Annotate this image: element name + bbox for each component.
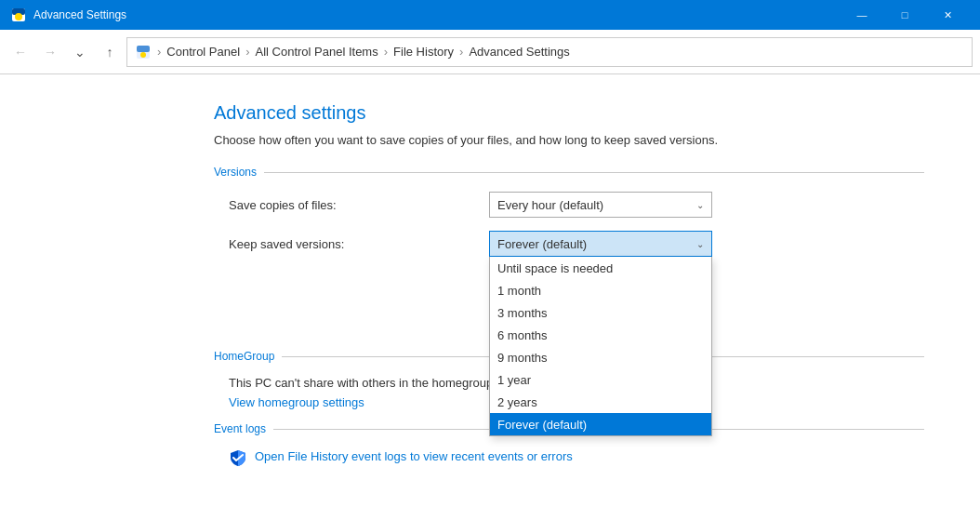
versions-divider: [264, 172, 924, 173]
svg-point-5: [140, 52, 146, 58]
versions-section-header: Versions: [214, 166, 924, 179]
title-bar-icon: [11, 7, 26, 22]
up-button[interactable]: ↑: [97, 39, 123, 65]
save-copies-value: Every hour (default): [497, 198, 603, 212]
option-forever[interactable]: Forever (default): [490, 413, 711, 435]
breadcrumb-sep-3: ›: [384, 45, 388, 59]
up-arrow-icon: ↑: [107, 45, 113, 60]
breadcrumb-file-history[interactable]: File History: [393, 45, 454, 59]
title-bar: Advanced Settings — □ ✕: [0, 0, 980, 30]
main-content: Advanced settings Choose how often you w…: [0, 74, 980, 507]
keep-versions-popup: Until space is needed 1 month 3 months 6…: [489, 257, 712, 436]
breadcrumb-sep-1: ›: [157, 45, 161, 59]
event-logs-label: Event logs: [214, 422, 266, 435]
event-log-row: Open File History event logs to view rec…: [214, 448, 924, 467]
chevron-down-icon: ⌄: [74, 45, 86, 60]
address-icon: [135, 44, 152, 60]
keep-versions-label: Keep saved versions:: [229, 237, 489, 251]
address-box[interactable]: › Control Panel › All Control Panel Item…: [126, 37, 973, 67]
address-bar: ← → ⌄ ↑ › Control Panel › All Control Pa…: [0, 30, 980, 74]
breadcrumb-all-items[interactable]: All Control Panel Items: [255, 45, 377, 59]
keep-versions-row: Keep saved versions: Forever (default) ⌄…: [214, 231, 924, 257]
keep-versions-value: Forever (default): [497, 237, 587, 251]
title-bar-text: Advanced Settings: [33, 8, 126, 21]
option-3-months[interactable]: 3 months: [490, 301, 711, 324]
breadcrumb-control-panel[interactable]: Control Panel: [166, 45, 240, 59]
option-1-month[interactable]: 1 month: [490, 279, 711, 301]
forward-button[interactable]: →: [37, 39, 63, 65]
option-2-years[interactable]: 2 years: [490, 391, 711, 413]
recent-locations-button[interactable]: ⌄: [67, 39, 93, 65]
shield-icon: [229, 448, 247, 467]
option-until-space[interactable]: Until space is needed: [490, 257, 711, 279]
breadcrumb-advanced-settings[interactable]: Advanced Settings: [469, 45, 569, 59]
option-1-year[interactable]: 1 year: [490, 368, 711, 391]
keep-versions-control: Forever (default) ⌄ Until space is neede…: [489, 231, 768, 257]
save-copies-row: Save copies of files: Every hour (defaul…: [214, 192, 924, 218]
maximize-button[interactable]: □: [883, 0, 926, 30]
back-icon: ←: [14, 45, 27, 60]
breadcrumb-sep-2: ›: [245, 45, 249, 59]
save-copies-label: Save copies of files:: [229, 198, 489, 212]
back-button[interactable]: ←: [7, 39, 33, 65]
page-title: Advanced settings: [214, 102, 924, 124]
breadcrumb-sep-4: ›: [459, 45, 463, 59]
save-copies-dropdown[interactable]: Every hour (default) ⌄: [489, 192, 712, 218]
save-copies-arrow: ⌄: [696, 200, 704, 210]
svg-rect-4: [137, 46, 150, 52]
option-9-months[interactable]: 9 months: [490, 346, 711, 368]
versions-label: Versions: [214, 166, 257, 179]
option-6-months[interactable]: 6 months: [490, 324, 711, 346]
minimize-button[interactable]: —: [841, 0, 883, 30]
event-logs-link[interactable]: Open File History event logs to view rec…: [255, 449, 573, 463]
save-copies-control: Every hour (default) ⌄: [489, 192, 768, 218]
svg-point-2: [15, 13, 22, 20]
keep-versions-arrow: ⌄: [696, 239, 704, 249]
page-description: Choose how often you want to save copies…: [214, 133, 924, 147]
window-controls: — □ ✕: [841, 0, 969, 30]
close-button[interactable]: ✕: [926, 0, 969, 30]
keep-versions-dropdown[interactable]: Forever (default) ⌄: [489, 231, 712, 257]
keep-versions-dropdown-container: Forever (default) ⌄ Until space is neede…: [489, 231, 712, 257]
forward-icon: →: [44, 45, 57, 60]
homegroup-label: HomeGroup: [214, 350, 274, 363]
